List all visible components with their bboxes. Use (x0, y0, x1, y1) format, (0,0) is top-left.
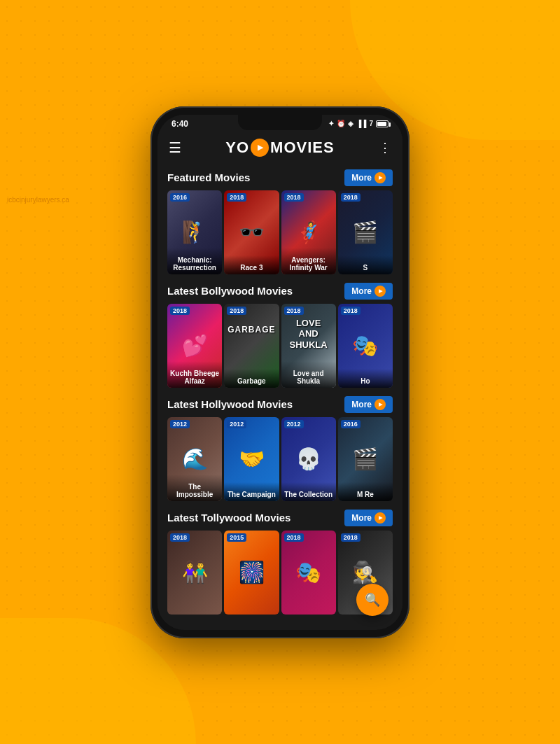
status-icons: ✦ ⏰ ◈ ▐▐ 7 (328, 120, 388, 127)
movie-title-m-re: M Re (338, 482, 393, 501)
logo-play-icon (251, 139, 269, 157)
movie-year-ho: 2018 (341, 307, 360, 315)
app-content[interactable]: ☰ YO MOVIES ⋮ Featured Movies More ▶ (158, 132, 402, 629)
movie-card-impossible[interactable]: 🌊 2012 The Impossible (167, 417, 222, 501)
movie-year-avengers: 2018 (284, 193, 304, 202)
featured-more-play-icon: ▶ (374, 172, 386, 183)
hollywood-more-button[interactable]: More ▶ (344, 396, 393, 413)
garbage-text: GARBAGE (224, 325, 279, 335)
logo-yo: YO (225, 139, 249, 157)
movie-card-campaign[interactable]: 🤝 2012 The Campaign (224, 417, 279, 501)
movie-card-s[interactable]: 🎬 2018 S (338, 190, 393, 274)
tollywood-section-header: Latest Tollywood Movies More ▶ (158, 504, 402, 531)
movie-title-mechanic: Mechanic:Resurrection (167, 248, 222, 274)
movie-title-kuchh: Kuchh Bheege Alfaaz (167, 361, 222, 388)
bollywood-section-title: Latest Bollywood Movies (167, 285, 293, 297)
featured-movie-row: 🧗 2016 Mechanic:Resurrection 🕶️ 2018 Rac… (158, 190, 402, 274)
alarm-icon: ⏰ (337, 120, 345, 127)
movie-title-love-shukla: Love and Shukla (281, 361, 336, 388)
featured-section-header: Featured Movies More ▶ (158, 164, 402, 190)
love-shukla-text: LOVEANDSHUKLA (281, 318, 336, 351)
movie-card-toll2[interactable]: 🎆 2015 (224, 531, 279, 615)
phone-screen: 6:40 ✦ ⏰ ◈ ▐▐ 7 ☰ YO MOVIES ⋮ (158, 115, 402, 630)
movie-year-toll4: 2018 (341, 533, 360, 542)
battery-icon (376, 120, 388, 127)
featured-section: Featured Movies More ▶ 🧗 2016 Mechanic:R… (158, 164, 402, 274)
movie-card-mechanic[interactable]: 🧗 2016 Mechanic:Resurrection (167, 190, 222, 274)
menu-icon[interactable]: ☰ (169, 139, 181, 156)
movie-card-kuchh[interactable]: 💕 2018 Kuchh Bheege Alfaaz (167, 304, 222, 388)
wifi-icon: ◈ (348, 120, 354, 127)
movie-year-s: 2018 (341, 193, 360, 202)
movie-year-collection: 2012 (284, 420, 304, 428)
movie-year-garbage: 2018 (227, 307, 246, 315)
bollywood-section: Latest Bollywood Movies More ▶ 💕 2018 Ku… (158, 277, 402, 388)
movie-title-s: S (338, 255, 393, 274)
logo-movies: MOVIES (270, 139, 335, 157)
tollywood-section-title: Latest Tollywood Movies (167, 512, 290, 524)
tollywood-more-button[interactable]: More ▶ (344, 510, 393, 526)
movie-title-campaign: The Campaign (224, 482, 279, 501)
hollywood-section-title: Latest Hollywood Movies (167, 398, 293, 410)
featured-section-title: Featured Movies (167, 171, 250, 183)
app-logo: YO MOVIES (225, 139, 334, 157)
tollywood-more-play-icon: ▶ (374, 512, 386, 524)
more-options-icon[interactable]: ⋮ (379, 140, 391, 155)
bollywood-section-header: Latest Bollywood Movies More ▶ (158, 277, 402, 304)
movie-card-avengers[interactable]: 🦸 2018 Avengers:Infinity War (281, 190, 336, 274)
movie-card-love-shukla[interactable]: LOVEANDSHUKLA 2018 Love and Shukla (281, 304, 336, 388)
status-time: 6:40 (172, 119, 188, 129)
movie-title-ho: Ho (338, 369, 393, 388)
movie-figure-toll3: 🎭 (281, 531, 336, 615)
app-header: ☰ YO MOVIES ⋮ (158, 132, 402, 164)
signal-icon: ▐▐ (356, 120, 366, 127)
bollywood-more-play-icon: ▶ (374, 286, 386, 297)
movie-title-race3: Race 3 (224, 255, 279, 274)
watermark: icbcinjurylawyers.ca (7, 196, 69, 204)
movie-figure-toll1: 👫 (167, 531, 222, 615)
movie-card-collection[interactable]: 💀 2012 The Collection (281, 417, 336, 501)
movie-year-toll2: 2015 (227, 533, 246, 542)
movie-year-campaign: 2012 (227, 420, 246, 428)
movie-year-impossible: 2012 (170, 420, 190, 428)
hollywood-more-play-icon: ▶ (374, 399, 386, 410)
hollywood-section-header: Latest Hollywood Movies More ▶ (158, 391, 402, 417)
phone-notch (238, 115, 322, 130)
hollywood-more-label: More (351, 400, 372, 409)
movie-year-mechanic: 2016 (170, 193, 190, 202)
movie-year-race3: 2018 (227, 193, 246, 202)
movie-card-toll1[interactable]: 👫 2018 (167, 531, 222, 615)
movie-year-kuchh: 2018 (170, 307, 190, 315)
movie-card-race3[interactable]: 🕶️ 2018 Race 3 (224, 190, 279, 274)
phone-shell: 6:40 ✦ ⏰ ◈ ▐▐ 7 ☰ YO MOVIES ⋮ (150, 106, 410, 638)
hollywood-movie-row: 🌊 2012 The Impossible 🤝 2012 The Campaig… (158, 417, 402, 501)
tollywood-more-label: More (351, 513, 372, 523)
movie-title-garbage: Garbage (224, 369, 279, 388)
movie-year-toll1: 2018 (170, 533, 190, 542)
movie-title-impossible: The Impossible (167, 475, 222, 501)
movie-title-avengers: Avengers:Infinity War (281, 248, 336, 274)
movie-card-toll3[interactable]: 🎭 2018 (281, 531, 336, 615)
bollywood-movie-row: 💕 2018 Kuchh Bheege Alfaaz GARBAGE 2018 … (158, 304, 402, 388)
bollywood-more-label: More (351, 286, 372, 296)
movie-card-ho[interactable]: 🎭 2018 Ho (338, 304, 393, 388)
movie-year-toll3: 2018 (284, 533, 304, 542)
bollywood-more-button[interactable]: More ▶ (344, 283, 393, 300)
movie-year-love-shukla: 2018 (284, 307, 304, 315)
movie-card-m-re[interactable]: 🎬 2016 M Re (338, 417, 393, 501)
featured-more-button[interactable]: More ▶ (344, 169, 393, 186)
search-fab-button[interactable]: 🔍 (356, 584, 388, 616)
battery-text: 7 (369, 120, 373, 127)
movie-year-m-re: 2016 (341, 420, 360, 428)
movie-card-garbage[interactable]: GARBAGE 2018 Garbage (224, 304, 279, 388)
movie-figure-toll2: 🎆 (224, 531, 279, 615)
featured-more-label: More (351, 173, 372, 183)
movie-title-collection: The Collection (281, 482, 336, 501)
hollywood-section: Latest Hollywood Movies More ▶ 🌊 2012 Th… (158, 391, 402, 501)
bluetooth-icon: ✦ (328, 120, 334, 127)
